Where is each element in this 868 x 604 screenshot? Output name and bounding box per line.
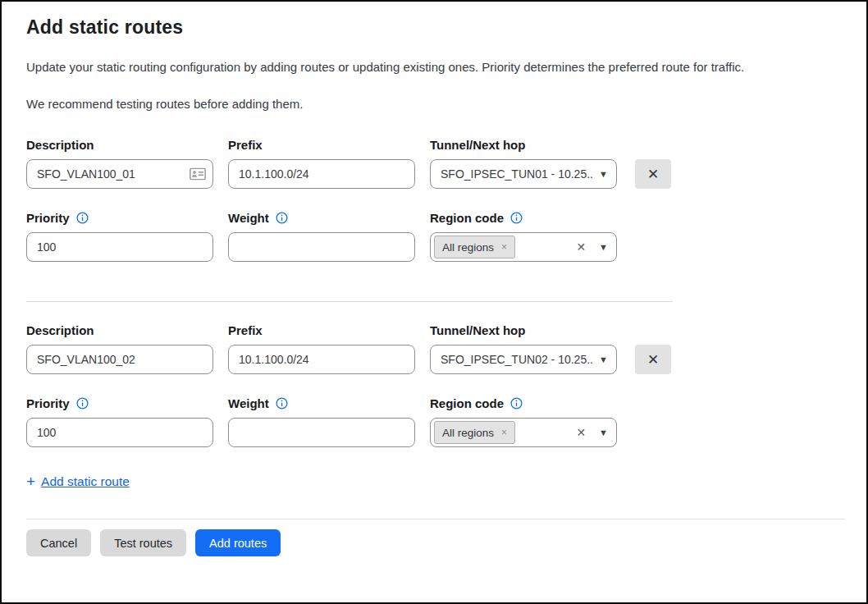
priority-field-group: Priority bbox=[26, 211, 213, 262]
weight-label: Weight bbox=[228, 396, 269, 410]
info-icon[interactable] bbox=[276, 397, 288, 410]
description-field-group: Description bbox=[26, 138, 213, 189]
weight-label: Weight bbox=[228, 211, 269, 225]
description-field-group: Description bbox=[26, 323, 213, 374]
tunnel-label: Tunnel/Next hop bbox=[430, 323, 617, 337]
weight-input[interactable] bbox=[228, 232, 415, 262]
route-block-1: Description Prefix bbox=[26, 138, 842, 262]
close-icon: ✕ bbox=[647, 167, 659, 181]
region-field-group: Region code All regions × ✕ bbox=[430, 211, 617, 262]
weight-input[interactable] bbox=[228, 418, 415, 447]
intro-text: Update your static routing configuration… bbox=[26, 60, 842, 74]
add-static-route-link[interactable]: Add static route bbox=[41, 474, 130, 489]
prefix-input[interactable] bbox=[228, 345, 415, 374]
info-icon[interactable] bbox=[510, 212, 523, 224]
prefix-label: Prefix bbox=[228, 138, 415, 152]
prefix-input[interactable] bbox=[228, 159, 415, 189]
weight-field-group: Weight bbox=[228, 396, 415, 447]
region-multiselect[interactable]: All regions × ✕ ▼ bbox=[430, 418, 617, 447]
chevron-down-icon: ▼ bbox=[599, 169, 608, 179]
region-label: Region code bbox=[430, 211, 504, 225]
priority-label: Priority bbox=[26, 211, 70, 225]
tunnel-select[interactable]: SFO_IPSEC_TUN02 - 10.25... ▼ bbox=[430, 345, 617, 374]
route-2-main-row: Description Prefix Tunnel/Next hop SFO_I… bbox=[26, 323, 842, 374]
remove-tag-icon[interactable]: × bbox=[501, 241, 507, 253]
add-static-route-row: + Add static route bbox=[26, 473, 842, 491]
add-static-routes-dialog: Add static routes Update your static rou… bbox=[0, 0, 868, 604]
description-input[interactable] bbox=[26, 159, 213, 189]
tunnel-field-group: Tunnel/Next hop SFO_IPSEC_TUN01 - 10.25.… bbox=[430, 138, 617, 189]
tunnel-label: Tunnel/Next hop bbox=[430, 138, 617, 152]
plus-icon: + bbox=[26, 473, 35, 491]
route-1-main-row: Description Prefix bbox=[26, 138, 842, 189]
chevron-down-icon[interactable]: ▼ bbox=[599, 428, 608, 437]
remove-tag-icon[interactable]: × bbox=[501, 427, 507, 438]
region-tag: All regions × bbox=[434, 236, 515, 259]
prefix-field-group: Prefix bbox=[228, 323, 415, 374]
region-field-group: Region code All regions × ✕ bbox=[430, 396, 617, 447]
tunnel-select-value: SFO_IPSEC_TUN02 - 10.25... bbox=[441, 353, 592, 366]
page-title: Add static routes bbox=[26, 16, 842, 39]
contact-card-icon bbox=[190, 168, 206, 181]
remove-route-button[interactable]: ✕ bbox=[635, 345, 671, 374]
priority-input[interactable] bbox=[26, 418, 213, 447]
prefix-label: Prefix bbox=[228, 323, 415, 337]
region-tag: All regions × bbox=[434, 421, 515, 444]
description-input[interactable] bbox=[26, 345, 213, 374]
tunnel-select-value: SFO_IPSEC_TUN01 - 10.25... bbox=[441, 167, 592, 181]
route-1-secondary-row: Priority Weight bbox=[26, 211, 842, 262]
region-multiselect[interactable]: All regions × ✕ ▼ bbox=[430, 232, 617, 262]
region-tag-label: All regions bbox=[442, 241, 494, 254]
description-label: Description bbox=[26, 323, 213, 337]
footer-actions: Cancel Test routes Add routes bbox=[26, 529, 842, 556]
priority-input[interactable] bbox=[26, 232, 213, 262]
description-label: Description bbox=[26, 138, 213, 152]
test-routes-button[interactable]: Test routes bbox=[100, 529, 186, 556]
chevron-down-icon: ▼ bbox=[599, 355, 608, 364]
recommendation-text: We recommend testing routes before addin… bbox=[26, 97, 842, 111]
tunnel-field-group: Tunnel/Next hop SFO_IPSEC_TUN02 - 10.25.… bbox=[430, 323, 617, 374]
remove-route-button[interactable]: ✕ bbox=[635, 159, 671, 189]
info-icon[interactable] bbox=[276, 212, 288, 224]
footer-divider bbox=[26, 519, 845, 519]
weight-field-group: Weight bbox=[228, 211, 415, 262]
close-icon: ✕ bbox=[647, 353, 659, 367]
region-tag-label: All regions bbox=[442, 427, 494, 439]
info-icon[interactable] bbox=[510, 397, 523, 410]
cancel-button[interactable]: Cancel bbox=[26, 529, 91, 556]
region-label: Region code bbox=[430, 396, 504, 410]
chevron-down-icon[interactable]: ▼ bbox=[599, 242, 608, 252]
add-routes-button[interactable]: Add routes bbox=[195, 529, 281, 556]
info-icon[interactable] bbox=[76, 212, 89, 224]
prefix-field-group: Prefix bbox=[228, 138, 415, 189]
priority-label: Priority bbox=[26, 396, 70, 410]
route-2-secondary-row: Priority Weight bbox=[26, 396, 842, 447]
clear-selection-icon[interactable]: ✕ bbox=[574, 240, 587, 254]
priority-field-group: Priority bbox=[26, 396, 213, 447]
info-icon[interactable] bbox=[76, 397, 89, 410]
route-block-2: Description Prefix Tunnel/Next hop SFO_I… bbox=[26, 323, 842, 447]
route-divider bbox=[26, 301, 673, 302]
tunnel-select[interactable]: SFO_IPSEC_TUN01 - 10.25... ▼ bbox=[430, 159, 617, 189]
clear-selection-icon[interactable]: ✕ bbox=[574, 426, 587, 439]
